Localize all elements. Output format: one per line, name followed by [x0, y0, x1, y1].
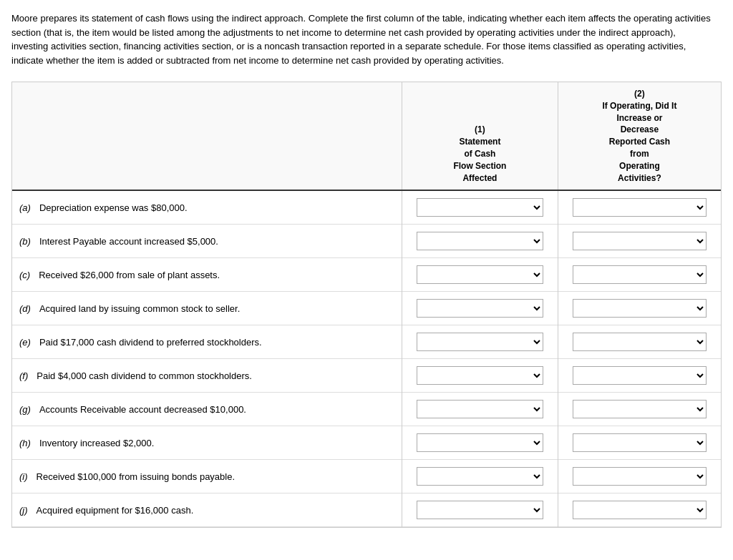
col1-header: (1) Statement of Cash Flow Section Affec… [402, 82, 558, 190]
row-text-i: Received $100,000 from issuing bonds pay… [37, 471, 236, 482]
col1-select-b[interactable]: OperatingInvestingFinancingNoncash [417, 232, 543, 250]
table-row: (e)Paid $17,000 cash dividend to preferr… [12, 325, 721, 359]
col2-select-i[interactable]: IncreaseDecrease [573, 467, 706, 486]
col1-header-l2: of Cash [409, 148, 550, 160]
row-text-e: Paid $17,000 cash dividend to preferred … [39, 337, 262, 348]
table-row: (a)Depreciation expense was $80,000.Oper… [12, 190, 721, 225]
row-label-a: (a) [19, 202, 34, 213]
col2-header-l2: Increase or [565, 112, 714, 124]
row-label-i: (i) [19, 471, 31, 482]
col2-cell-f: IncreaseDecrease [558, 359, 721, 393]
col2-cell-b: IncreaseDecrease [558, 225, 721, 258]
col2-cell-j: IncreaseDecrease [558, 493, 721, 527]
cash-flow-table: (1) Statement of Cash Flow Section Affec… [12, 82, 721, 527]
col1-header-l4: Affected [409, 172, 550, 185]
row-item-i: (i)Received $100,000 from issuing bonds … [12, 460, 402, 493]
col1-cell-j: OperatingInvestingFinancingNoncash [402, 493, 558, 527]
col1-cell-h: OperatingInvestingFinancingNoncash [402, 426, 558, 460]
row-item-h: (h)Inventory increased $2,000. [12, 426, 402, 460]
col2-header-l1: If Operating, Did It [565, 100, 714, 112]
col1-select-d[interactable]: OperatingInvestingFinancingNoncash [417, 299, 543, 318]
col1-cell-e: OperatingInvestingFinancingNoncash [402, 325, 558, 359]
col2-header: (2) If Operating, Did It Increase or Dec… [558, 82, 721, 190]
table-row: (d)Acquired land by issuing common stock… [12, 292, 721, 325]
col2-cell-c: IncreaseDecrease [558, 258, 721, 292]
row-label-e: (e) [19, 337, 34, 348]
table-row: (b)Interest Payable account increased $5… [12, 225, 721, 258]
col1-select-h[interactable]: OperatingInvestingFinancingNoncash [417, 433, 543, 452]
col1-select-i[interactable]: OperatingInvestingFinancingNoncash [417, 467, 543, 486]
row-item-f: (f)Paid $4,000 cash dividend to common s… [12, 359, 402, 393]
row-text-a: Depreciation expense was $80,000. [39, 202, 188, 213]
col1-cell-c: OperatingInvestingFinancingNoncash [402, 258, 558, 292]
row-label-d: (d) [19, 303, 34, 314]
row-text-c: Received $26,000 from sale of plant asse… [39, 270, 220, 280]
col2-select-c[interactable]: IncreaseDecrease [573, 265, 706, 284]
col1-header-l3: Flow Section [409, 160, 550, 172]
row-item-e: (e)Paid $17,000 cash dividend to preferr… [12, 325, 402, 359]
col1-select-j[interactable]: OperatingInvestingFinancingNoncash [417, 501, 543, 519]
col1-header-num: (1) [409, 124, 550, 136]
col2-header-l6: Operating [565, 160, 714, 172]
col2-header-l7: Activities? [565, 172, 714, 185]
col1-cell-a: OperatingInvestingFinancingNoncash [402, 190, 558, 225]
main-table-wrapper: (1) Statement of Cash Flow Section Affec… [11, 82, 722, 528]
col1-cell-g: OperatingInvestingFinancingNoncash [402, 393, 558, 426]
table-row: (j)Acquired equipment for $16,000 cash.O… [12, 493, 721, 527]
table-row: (h)Inventory increased $2,000.OperatingI… [12, 426, 721, 460]
table-row: (c)Received $26,000 from sale of plant a… [12, 258, 721, 292]
row-text-h: Inventory increased $2,000. [39, 438, 154, 448]
row-text-f: Paid $4,000 cash dividend to common stoc… [37, 370, 252, 381]
col2-cell-e: IncreaseDecrease [558, 325, 721, 359]
row-item-b: (b)Interest Payable account increased $5… [12, 225, 402, 258]
col2-select-b[interactable]: IncreaseDecrease [573, 232, 706, 250]
col1-cell-i: OperatingInvestingFinancingNoncash [402, 460, 558, 493]
row-text-g: Accounts Receivable account decreased $1… [39, 404, 246, 415]
table-row: (i)Received $100,000 from issuing bonds … [12, 460, 721, 493]
col1-select-a[interactable]: OperatingInvestingFinancingNoncash [417, 198, 543, 217]
table-body: (a)Depreciation expense was $80,000.Oper… [12, 190, 721, 527]
col2-cell-d: IncreaseDecrease [558, 292, 721, 325]
col1-select-g[interactable]: OperatingInvestingFinancingNoncash [417, 400, 543, 418]
row-text-d: Acquired land by issuing common stock to… [39, 303, 240, 314]
col2-select-d[interactable]: IncreaseDecrease [573, 299, 706, 318]
row-item-a: (a)Depreciation expense was $80,000. [12, 190, 402, 225]
col2-select-h[interactable]: IncreaseDecrease [573, 433, 706, 452]
row-text-b: Interest Payable account increased $5,00… [39, 236, 218, 247]
col2-cell-a: IncreaseDecrease [558, 190, 721, 225]
col2-select-f[interactable]: IncreaseDecrease [573, 366, 706, 385]
table-header-row: (1) Statement of Cash Flow Section Affec… [12, 82, 721, 190]
row-item-c: (c)Received $26,000 from sale of plant a… [12, 258, 402, 292]
row-item-d: (d)Acquired land by issuing common stock… [12, 292, 402, 325]
col2-cell-i: IncreaseDecrease [558, 460, 721, 493]
col2-select-e[interactable]: IncreaseDecrease [573, 333, 706, 351]
col1-cell-b: OperatingInvestingFinancingNoncash [402, 225, 558, 258]
col2-select-g[interactable]: IncreaseDecrease [573, 400, 706, 418]
col1-select-e[interactable]: OperatingInvestingFinancingNoncash [417, 333, 543, 351]
table-row: (f)Paid $4,000 cash dividend to common s… [12, 359, 721, 393]
row-item-j: (j)Acquired equipment for $16,000 cash. [12, 493, 402, 527]
row-label-f: (f) [19, 370, 31, 381]
col2-cell-g: IncreaseDecrease [558, 393, 721, 426]
col1-select-c[interactable]: OperatingInvestingFinancingNoncash [417, 265, 543, 284]
col-item-header [12, 82, 402, 190]
row-text-j: Acquired equipment for $16,000 cash. [37, 505, 194, 516]
col2-header-l3: Decrease [565, 124, 714, 136]
row-label-c: (c) [19, 270, 33, 280]
col2-cell-h: IncreaseDecrease [558, 426, 721, 460]
col2-header-l4: Reported Cash [565, 136, 714, 148]
col1-select-f[interactable]: OperatingInvestingFinancingNoncash [417, 366, 543, 385]
row-label-b: (b) [19, 236, 34, 247]
table-row: (g)Accounts Receivable account decreased… [12, 393, 721, 426]
col2-header-l5: from [565, 148, 714, 160]
col2-select-j[interactable]: IncreaseDecrease [573, 501, 706, 519]
col1-cell-d: OperatingInvestingFinancingNoncash [402, 292, 558, 325]
row-label-j: (j) [19, 505, 31, 516]
col1-header-l1: Statement [409, 136, 550, 148]
col2-select-a[interactable]: IncreaseDecrease [573, 198, 706, 217]
intro-paragraph: Moore prepares its statement of cash flo… [11, 11, 713, 67]
col1-cell-f: OperatingInvestingFinancingNoncash [402, 359, 558, 393]
row-label-h: (h) [19, 438, 34, 448]
col2-header-num: (2) [565, 88, 714, 100]
row-item-g: (g)Accounts Receivable account decreased… [12, 393, 402, 426]
